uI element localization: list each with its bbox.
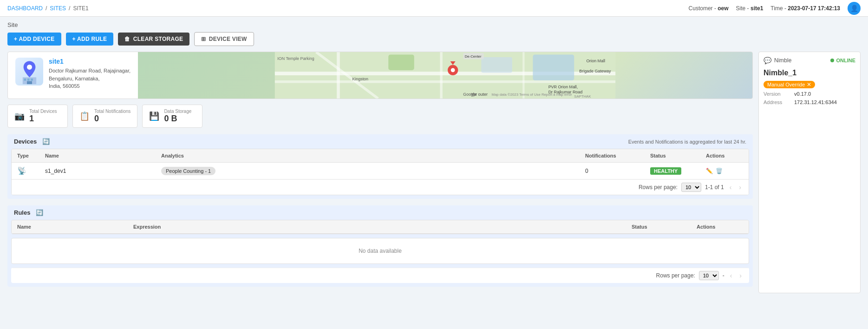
device-actions: ✏️ 🗑️	[706, 168, 743, 174]
col-name: Name	[45, 153, 161, 158]
top-right-info: Customer - oew Site - site1 Time - 2023-…	[689, 2, 861, 15]
rules-rows-per-page-select[interactable]: 10 25 50	[699, 271, 719, 280]
nimble-version-value: v0.17.0	[794, 91, 811, 97]
svg-rect-6	[27, 81, 32, 84]
svg-text:Map data ©2023  Terms of Use  : Map data ©2023 Terms of Use Report a map…	[492, 92, 572, 97]
svg-rect-3	[24, 79, 26, 81]
breadcrumb-sep2: /	[69, 5, 70, 12]
rules-page-range: -	[723, 272, 724, 279]
site-address-line2: Bengaluru, Karnataka,	[49, 76, 99, 81]
breadcrumb-sep1: /	[46, 5, 47, 12]
site-icon-bg	[15, 58, 43, 86]
breadcrumb-dashboard[interactable]: DASHBOARD	[7, 5, 43, 12]
svg-text:PVR Orion Mall,: PVR Orion Mall,	[548, 85, 578, 89]
top-nav: DASHBOARD / SITES / SITE1 Customer - oew…	[0, 0, 868, 17]
page-content: Site + ADD DEVICE + ADD RULE 🗑 CLEAR STO…	[0, 17, 868, 298]
svg-text:Orion Mall: Orion Mall	[587, 59, 605, 63]
site-info: site1 Doctor Rajkumar Road, Rajajinagar,…	[8, 52, 138, 99]
notifications-icon: 📋	[79, 111, 90, 121]
page-range: 1-1 of 1	[705, 184, 724, 191]
delete-icon[interactable]: 🗑️	[716, 168, 723, 174]
stat-card-devices: 📷 Total Devices 1	[7, 105, 68, 128]
devices-table-header: Type Name Analytics Notifications Status…	[12, 149, 749, 163]
rules-section: Rules 🔄 Name Expression Status Actions N…	[7, 205, 753, 287]
svg-rect-4	[27, 79, 29, 81]
next-page-button[interactable]: ›	[737, 183, 743, 192]
svg-point-26	[451, 68, 455, 72]
rules-rows-per-page-label: Rows per page:	[656, 272, 695, 279]
time-info: Time - 2023-07-17 17:42:13	[770, 5, 840, 12]
override-badge: Manual Override ✕	[764, 81, 815, 88]
svg-text:Brigade Gateway: Brigade Gateway	[579, 69, 611, 73]
site-icon-area	[15, 58, 43, 90]
site-info: Site - site1	[736, 5, 764, 12]
nimble-device-name: Nimble_1	[764, 69, 855, 77]
stats-row: 📷 Total Devices 1 📋 Total Notifications …	[7, 105, 753, 128]
breadcrumb-sites[interactable]: SITES	[50, 5, 66, 12]
toolbar: + ADD DEVICE + ADD RULE 🗑 CLEAR STORAGE …	[7, 32, 861, 46]
svg-text:De-Center: De-Center	[465, 54, 482, 59]
device-view-icon: ⊞	[201, 36, 206, 42]
add-rule-button[interactable]: + ADD RULE	[66, 33, 114, 46]
svg-rect-14	[533, 55, 574, 81]
rules-pagination: Rows per page: 10 25 50 - ‹ ›	[11, 268, 749, 283]
svg-rect-10	[337, 52, 340, 99]
rules-next-page-button[interactable]: ›	[737, 271, 744, 280]
nimble-title: 💬 Nimble	[764, 57, 791, 64]
left-panel: site1 Doctor Rajkumar Road, Rajajinagar,…	[7, 52, 753, 293]
page-title: Site	[7, 21, 861, 28]
devices-value: 1	[29, 114, 57, 124]
user-avatar[interactable]: 👤	[848, 2, 861, 15]
add-device-button[interactable]: + ADD DEVICE	[7, 33, 61, 46]
edit-icon[interactable]: ✏️	[706, 168, 713, 174]
rule-col-expression: Expression	[133, 224, 632, 230]
col-analytics: Analytics	[161, 153, 585, 158]
device-type-icon: 📡	[17, 166, 45, 175]
svg-rect-9	[275, 80, 615, 83]
prev-page-button[interactable]: ‹	[728, 183, 734, 192]
svg-point-1	[27, 65, 32, 70]
col-notifications: Notifications	[585, 153, 650, 158]
rows-per-page-select[interactable]: 10 25 50	[681, 183, 701, 192]
svg-rect-12	[522, 52, 524, 99]
svg-text:SAPTHAK: SAPTHAK	[574, 94, 591, 99]
rules-refresh-icon[interactable]: 🔄	[36, 209, 43, 216]
col-status: Status	[650, 153, 706, 158]
override-close-icon[interactable]: ✕	[807, 81, 811, 88]
site-text: site1 Doctor Rajkumar Road, Rajajinagar,…	[49, 58, 131, 90]
devices-aggregation-note: Events and Notifications is aggregated f…	[628, 139, 746, 145]
map-area: Orion Mall PVR Orion Mall, Dr Rajkumar R…	[138, 52, 752, 99]
override-label: Manual Override	[767, 82, 805, 87]
nimble-header: 💬 Nimble ONLINE	[764, 57, 855, 64]
devices-icon: 📷	[14, 111, 25, 121]
rules-prev-page-button[interactable]: ‹	[728, 271, 734, 280]
svg-text:Google: Google	[463, 92, 476, 97]
notifications-label: Total Notifications	[94, 109, 131, 114]
breadcrumb: DASHBOARD / SITES / SITE1	[7, 5, 89, 12]
svg-text:ION Temple Parking: ION Temple Parking	[277, 56, 314, 61]
devices-title: Devices	[14, 138, 37, 145]
site-address-line3: India, 560055	[49, 83, 80, 89]
no-data-text: No data available	[11, 238, 749, 264]
devices-refresh-icon[interactable]: 🔄	[42, 138, 50, 145]
nimble-version-row: Version v0.17.0	[764, 91, 855, 97]
svg-rect-15	[481, 57, 512, 72]
table-row: 📡 s1_dev1 People Counting - 1 0 HEALTHY …	[12, 163, 749, 179]
storage-value: 0 B	[164, 114, 191, 124]
nimble-version-label: Version	[764, 91, 791, 97]
devices-table: Type Name Analytics Notifications Status…	[11, 149, 749, 195]
rules-section-header: Rules 🔄	[7, 205, 753, 220]
col-type: Type	[17, 153, 45, 158]
nimble-address-row: Address 172.31.12.41:6344	[764, 99, 855, 105]
nimble-title-text: Nimble	[774, 57, 791, 64]
clear-storage-button[interactable]: 🗑 CLEAR STORAGE	[118, 33, 189, 46]
stat-card-notifications: 📋 Total Notifications 0	[72, 105, 137, 128]
rows-per-page-label: Rows per page:	[639, 184, 678, 191]
customer-info: Customer - oew	[689, 5, 729, 12]
nimble-panel: 💬 Nimble ONLINE Nimble_1 Manual Override…	[758, 52, 861, 293]
building-icon	[17, 58, 42, 86]
rule-col-actions: Actions	[697, 224, 743, 230]
devices-section: Devices 🔄 Events and Notifications is ag…	[7, 134, 753, 199]
svg-text:Kingston: Kingston	[352, 77, 369, 81]
device-view-button[interactable]: ⊞ DEVICE VIEW	[194, 32, 254, 46]
